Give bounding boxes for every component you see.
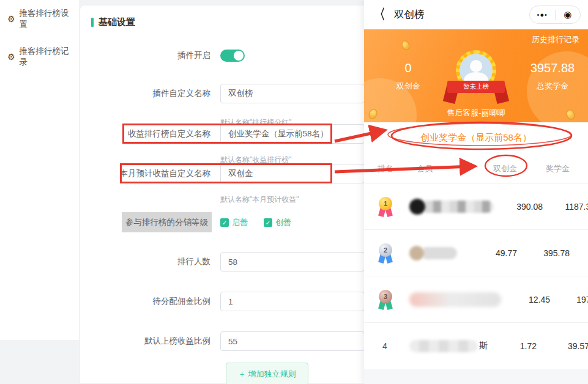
page: ⚙ 推客排行榜设置 ⚙ 推客排行榜记录 基础设置 插件开启 插件自定义名称 默认…: [0, 0, 588, 384]
back-chevron-icon[interactable]: 〈: [374, 5, 385, 24]
section-title: 基础设置: [91, 17, 135, 28]
rank-count-label: 排行人数: [80, 256, 212, 267]
history-rank-link[interactable]: 历史排行记录: [532, 34, 579, 45]
member-name-blurred: 斯: [402, 340, 488, 352]
user-badge: 暂未上榜: [448, 49, 504, 105]
level-checkbox-chuangshan[interactable]: ✓ 创善: [264, 217, 291, 228]
section-title-bar: [91, 18, 94, 27]
plugin-toggle-label: 插件开启: [80, 50, 212, 61]
sidebar-item-label: 推客排行榜设置: [20, 8, 76, 30]
toggle-knob: [234, 51, 244, 61]
row-value1: 1.72: [488, 341, 537, 351]
table-row[interactable]: 4 斯 1.72 39.57: [364, 323, 588, 369]
commission-ratio-row: 待分配佣金比例: [80, 292, 365, 311]
col-header-scholarship: 奖学金: [517, 163, 575, 174]
member-name-blurred: [402, 199, 494, 215]
left-stat-label: 双创金: [379, 81, 437, 92]
income-rank-name-input[interactable]: [220, 124, 365, 144]
row-value2: 395.78: [517, 248, 575, 258]
plugin-name-label: 插件自定义名称: [80, 88, 212, 99]
phone-footer-strip: [364, 369, 588, 384]
phone-preview: 〈 双创榜 •●• ◉ 历史排行记录 0 双创金 3957.88 总奖学金: [364, 0, 588, 384]
col-header-shuangchuangjin: 双创金: [468, 163, 517, 174]
minimize-target-icon[interactable]: ◉: [556, 9, 581, 20]
levels-row: 参与排行榜的分销等级 ✓ 启善 ✓ 创善: [80, 212, 365, 234]
commission-ratio-input[interactable]: [220, 292, 365, 311]
section-title-text: 基础设置: [99, 17, 135, 28]
right-stat-label: 总奖学金: [523, 81, 582, 92]
add-rule-button[interactable]: ＋ 增加独立规则: [226, 363, 308, 384]
bronze-medal-icon: 3: [378, 290, 393, 309]
row-value1: 12.45: [501, 295, 550, 305]
row-value2: 197.89: [550, 295, 588, 305]
silver-medal-icon: 2: [378, 243, 393, 263]
default-income-ratio-label: 默认上榜收益比例: [80, 336, 212, 347]
checkbox-checked-icon: ✓: [264, 218, 272, 227]
row-value2: 39.57: [537, 341, 588, 351]
rank-count-input[interactable]: [220, 252, 365, 271]
rank-count-row: 排行人数: [80, 252, 365, 271]
member-name-blurred: [402, 292, 501, 307]
row-value1: 49.77: [468, 248, 517, 258]
levels-label: 参与排行榜的分销等级: [122, 212, 212, 232]
right-stat-value: 3957.88: [523, 61, 582, 75]
level-label: 创善: [275, 217, 291, 228]
month-income-name-input[interactable]: [220, 164, 365, 183]
checkbox-checked-icon: ✓: [220, 218, 229, 227]
table-row[interactable]: 1 390.08 1187.36: [364, 183, 588, 230]
income-rank-name-label: 收益排行榜自定义名称: [80, 128, 212, 139]
avatar-head: [470, 60, 482, 72]
default-income-ratio-row: 默认上榜收益比例: [80, 331, 365, 351]
table-row[interactable]: 3 12.45 197.89: [364, 276, 588, 323]
more-menu-icon[interactable]: •●•: [530, 11, 555, 18]
sidebar-item-ranking-settings[interactable]: ⚙ 推客排行榜设置: [0, 0, 79, 38]
sidebar: ⚙ 推客排行榜设置 ⚙ 推客排行榜记录: [0, 0, 79, 340]
phone-navbar: 〈 双创榜 •●• ◉: [364, 0, 588, 29]
wechat-capsule: •●• ◉: [529, 6, 581, 24]
sidebar-item-ranking-records[interactable]: ⚙ 推客排行榜记录: [0, 38, 79, 76]
ranking-table-header: 排名 会员 双创金 奖学金: [364, 154, 588, 183]
ranking-section-title[interactable]: 创业奖学金（显示前58名）: [364, 122, 588, 153]
service-nickname: 售后客服-丽唧唧: [364, 108, 588, 119]
level-checkbox-qishan[interactable]: ✓ 启善: [220, 217, 248, 228]
plugin-toggle[interactable]: [220, 50, 245, 62]
member-name-suffix: 斯: [479, 341, 488, 352]
commission-ratio-label: 待分配佣金比例: [80, 296, 212, 307]
gear-icon: ⚙: [7, 15, 15, 23]
left-stat: 0 双创金: [379, 61, 437, 92]
row-value2: 1187.36: [543, 202, 588, 212]
default-income-ratio-input[interactable]: [220, 331, 365, 351]
income-rank-name-row: 收益排行榜自定义名称: [80, 124, 365, 144]
member-name-blurred: [402, 246, 468, 260]
not-ranked-ribbon: 暂未上榜: [447, 81, 505, 93]
plugin-name-input[interactable]: [220, 84, 365, 103]
plugin-toggle-row: 插件开启: [80, 46, 365, 65]
col-header-member: 会员: [402, 163, 468, 174]
month-income-name-hint: 默认名称"本月预计收益": [220, 194, 299, 205]
coin-icon: [400, 39, 411, 51]
rank-number: 4: [378, 341, 402, 351]
month-income-name-row: 本月预计收益自定义名称: [80, 164, 365, 183]
left-stat-value: 0: [379, 61, 437, 75]
level-label: 启善: [232, 217, 248, 228]
ranking-header: 历史排行记录 0 双创金 3957.88 总奖学金 暂未上榜 售后客服-丽唧唧: [364, 29, 588, 122]
sidebar-item-label: 推客排行榜记录: [20, 46, 76, 68]
month-income-name-label: 本月预计收益自定义名称: [80, 168, 212, 179]
col-header-rank: 排名: [378, 163, 402, 174]
gear-icon: ⚙: [7, 53, 15, 61]
table-row[interactable]: 2 49.77 395.78: [364, 230, 588, 276]
ranking-rows: 1 390.08 1187.36 2 49.77: [364, 183, 588, 369]
right-stat: 3957.88 总奖学金: [523, 61, 582, 92]
row-value1: 390.08: [494, 202, 543, 212]
settings-card: 基础设置 插件开启 插件自定义名称 默认名称"排行榜分红" 收益排行榜自定义名称…: [80, 5, 365, 384]
phone-page-title: 双创榜: [394, 8, 425, 21]
gold-medal-icon: 1: [378, 197, 393, 216]
plugin-name-row: 插件自定义名称: [80, 84, 365, 103]
